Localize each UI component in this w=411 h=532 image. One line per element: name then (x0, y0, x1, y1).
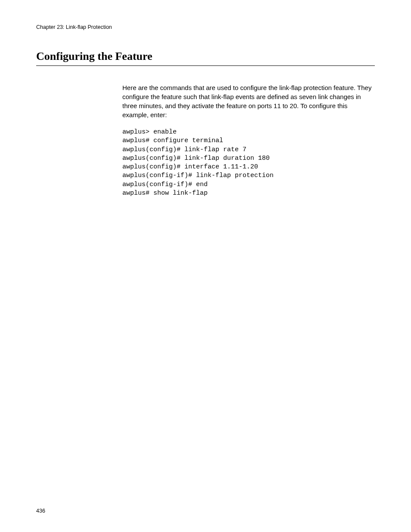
document-page: Chapter 23: Link-flap Protection Configu… (0, 0, 411, 532)
body-content: Here are the commands that are used to c… (122, 83, 375, 198)
section-heading: Configuring the Feature (36, 50, 375, 66)
page-number: 436 (36, 508, 45, 514)
chapter-header: Chapter 23: Link-flap Protection (36, 24, 375, 30)
command-code-block: awplus> enable awplus# configure termina… (122, 128, 375, 198)
intro-paragraph: Here are the commands that are used to c… (122, 83, 375, 119)
